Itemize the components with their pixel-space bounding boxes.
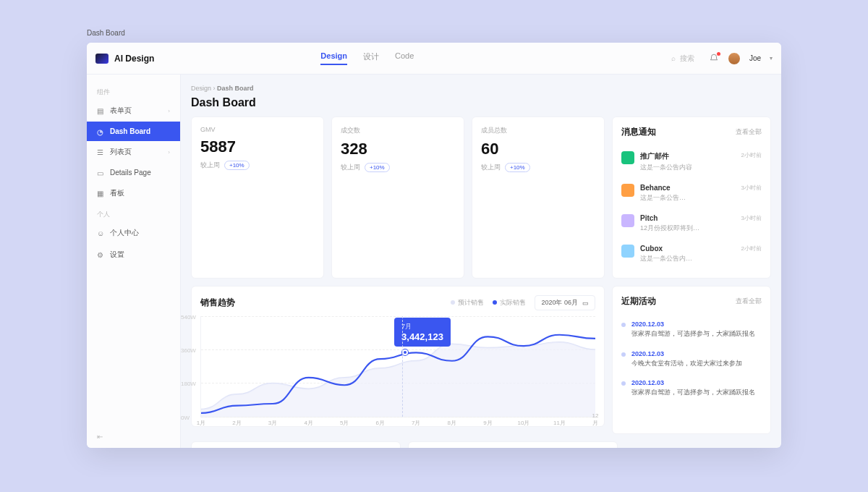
stat-delta-label: 较上周 xyxy=(481,163,501,172)
brand-text: AI Design xyxy=(114,54,154,64)
x-tick: 10月 xyxy=(517,419,529,427)
tab-design[interactable]: Design xyxy=(320,51,347,65)
x-tick: 2月 xyxy=(232,419,241,427)
news-item-time: 3小时前 xyxy=(741,184,762,192)
activities-title: 近期活动 xyxy=(621,295,656,308)
activities-card: 近期活动 查看全部 2020.12.03张家界自驾游，可选择参与，大家踊跃报名 … xyxy=(612,286,771,434)
activity-date: 2020.12.03 xyxy=(631,321,755,328)
sidebar-item-settings[interactable]: ⚙ 设置 xyxy=(87,244,180,266)
stat-value: 60 xyxy=(481,140,595,158)
brand: AI Design xyxy=(95,54,154,64)
avatar[interactable] xyxy=(728,52,741,65)
gauge-icon: ◔ xyxy=(97,128,104,135)
activity-item[interactable]: 2020.12.03今晚大食堂有活动，欢迎大家过来参加 xyxy=(621,344,762,374)
news-app-icon xyxy=(621,245,634,258)
x-tick: 4月 xyxy=(304,419,312,427)
sidebar: 组件 ▤ 表单页 › ◔ Dash Board ☰ 列表页 › ▭ Detail… xyxy=(87,75,181,448)
user-icon: ☺ xyxy=(97,229,104,237)
date-picker[interactable]: 2020年 06月 ▭ xyxy=(535,295,595,310)
list-icon: ☰ xyxy=(97,148,104,156)
stat-card-deals: 成交数 328 较上周+10% xyxy=(331,116,464,279)
stat-delta-label: 较上周 xyxy=(200,161,220,170)
collapse-sidebar-button[interactable]: ⇤ xyxy=(87,425,180,448)
stat-delta: +10% xyxy=(224,161,250,170)
stat-card-gmv: GMV 5887 较上周+10% xyxy=(191,116,324,279)
search-input[interactable]: ⌕ 搜索 xyxy=(671,54,694,64)
sidebar-item-forms[interactable]: ▤ 表单页 › xyxy=(87,100,180,122)
tab-code[interactable]: Code xyxy=(395,51,414,65)
sidebar-item-details[interactable]: ▭ Details Page xyxy=(87,163,180,182)
sidebar-item-label: Details Page xyxy=(110,169,151,177)
search-placeholder: 搜索 xyxy=(680,54,694,64)
x-tick: 6月 xyxy=(375,419,384,427)
news-card: 消息通知 查看全部 推广邮件这是一条公告内容 2小时前 Behance这是一条公… xyxy=(612,116,771,279)
activities-more-link[interactable]: 查看全部 xyxy=(736,297,762,306)
app-window: AI Design Design 设计 Code ⌕ 搜索 Joe ▾ 组件 ▤… xyxy=(87,43,781,448)
sidebar-group-components: 组件 xyxy=(87,82,180,100)
legend-expected[interactable]: 预计销售 xyxy=(451,298,484,308)
trend-card: 销售趋势 预计销售 实际销售 2020年 06月 ▭ 540W 360W xyxy=(191,286,605,427)
x-tick: 11月 xyxy=(553,419,566,427)
news-app-icon xyxy=(621,184,634,197)
sidebar-item-kanban[interactable]: ▦ 看板 xyxy=(87,182,180,204)
sidebar-item-label: 列表页 xyxy=(110,147,132,157)
tab-sheji[interactable]: 设计 xyxy=(363,51,379,65)
stat-label: 成员总数 xyxy=(481,126,595,135)
user-name: Joe xyxy=(749,54,761,62)
sidebar-item-label: 设置 xyxy=(110,250,124,260)
news-more-link[interactable]: 查看全部 xyxy=(736,127,762,137)
x-tick: 12月 xyxy=(592,412,599,427)
stat-delta-label: 较上周 xyxy=(341,163,360,172)
date-picker-value: 2020年 06月 xyxy=(541,298,578,308)
news-item[interactable]: Behance这是一条公告… 3小时前 xyxy=(621,178,762,208)
user-area: Joe ▾ xyxy=(709,52,773,65)
chevron-right-icon: › xyxy=(168,149,170,156)
x-tick: 1月 xyxy=(197,419,205,427)
news-item[interactable]: Pitch12月份授权即将到… 3小时前 xyxy=(621,208,762,239)
trend-chart: 540W 360W 180W 0W 7月 3,442,123 xyxy=(200,316,595,417)
dot-icon xyxy=(621,352,626,357)
breadcrumb: Design › Dash Board xyxy=(191,85,771,92)
calendar-card: 日历 2020年 ▾ 10月 ▾ 周日周日周日周日周日周日周日 29301234… xyxy=(191,441,401,448)
topbar: AI Design Design 设计 Code ⌕ 搜索 Joe ▾ xyxy=(87,43,781,75)
news-item[interactable]: Cubox这是一条公告内… 2小时前 xyxy=(621,239,762,269)
content: Design › Dash Board Dash Board GMV 5887 … xyxy=(181,75,781,448)
sidebar-item-dashboard[interactable]: ◔ Dash Board xyxy=(87,122,180,141)
stat-card-members: 成员总数 60 较上周+10% xyxy=(472,116,605,279)
sidebar-item-label: Dash Board xyxy=(110,127,150,135)
bell-icon[interactable] xyxy=(709,54,719,64)
chevron-down-icon[interactable]: ▾ xyxy=(770,55,773,62)
dot-icon xyxy=(621,323,626,327)
sidebar-item-lists[interactable]: ☰ 列表页 › xyxy=(87,141,180,163)
activity-item[interactable]: 2020.12.03张家界自驾游，可选择参与，大家踊跃报名 xyxy=(621,315,762,344)
x-tick: 7月 xyxy=(412,419,420,427)
kanban-icon: ▦ xyxy=(97,190,104,197)
news-item-name: Pitch xyxy=(640,214,736,222)
activity-item[interactable]: 2020.12.03张家界自驾游，可选择参与，大家踊跃报名 xyxy=(621,373,762,403)
page-title: Dash Board xyxy=(191,96,771,109)
sidebar-item-profile[interactable]: ☺ 个人中心 xyxy=(87,222,180,244)
news-item-desc: 这是一条公告… xyxy=(640,193,736,203)
news-app-icon xyxy=(621,214,634,227)
sidebar-item-label: 表单页 xyxy=(110,106,132,116)
frame-label: Dash Board xyxy=(87,29,781,37)
projects-card: 项目管理 今日 本月 全年 项目名称 部门名称 操作 xyxy=(408,441,618,448)
news-item[interactable]: 推广邮件这是一条公告内容 2小时前 xyxy=(621,145,762,178)
search-icon: ⌕ xyxy=(671,54,676,62)
stat-delta: +10% xyxy=(505,163,530,172)
tooltip-value: 3,442,123 xyxy=(401,331,443,342)
news-item-name: Behance xyxy=(640,184,736,192)
breadcrumb-root[interactable]: Design xyxy=(191,85,211,92)
activity-text: 今晚大食堂有活动，欢迎大家过来参加 xyxy=(631,359,742,368)
x-tick: 9月 xyxy=(483,419,492,427)
legend-actual[interactable]: 实际销售 xyxy=(493,298,526,308)
calendar-icon: ▭ xyxy=(582,300,589,307)
dot-icon xyxy=(621,381,626,386)
news-item-name: 推广邮件 xyxy=(640,151,736,161)
logo-icon xyxy=(95,54,109,64)
tooltip-month: 7月 xyxy=(401,322,443,331)
news-app-icon xyxy=(621,151,634,164)
news-item-time: 3小时前 xyxy=(741,214,762,222)
chart-marker xyxy=(402,349,408,355)
x-tick: 8月 xyxy=(448,419,456,427)
